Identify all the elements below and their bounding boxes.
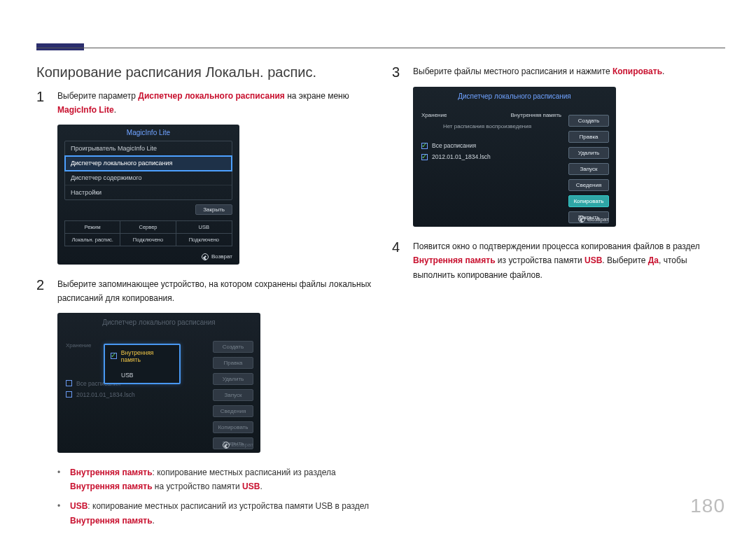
create-button[interactable]: Создать — [213, 341, 253, 353]
t: из устройства памяти — [496, 255, 584, 265]
step-text: Выберите файлы местного расписания и наж… — [413, 64, 728, 80]
em: USB — [242, 482, 260, 491]
popup-item-usb[interactable]: USB — [105, 367, 179, 383]
step-2: 2 Выберите запоминающее устройство, на к… — [36, 277, 372, 306]
copy-button[interactable]: Копировать — [213, 421, 253, 433]
run-button[interactable]: Запуск — [568, 163, 609, 175]
side-buttons: Создать Правка Удалить Запуск Сведения К… — [213, 341, 253, 449]
checkbox-icon[interactable] — [421, 154, 428, 160]
menu-item-local-schedule[interactable]: Диспетчер локального расписания — [65, 156, 232, 171]
t: Выберите параметр — [57, 91, 138, 101]
storage-popup: Внутренняя память USB — [104, 344, 181, 384]
bullet-text: USB: копирование местных расписаний из у… — [70, 499, 372, 528]
checkbox-icon[interactable] — [66, 391, 72, 398]
menu-item-content-manager[interactable]: Диспетчер содержимого — [65, 171, 232, 185]
screenshot-local-schedule-manager: Диспетчер локального расписания Хранение… — [413, 87, 616, 227]
menu-item-player[interactable]: Проигрыватель MagicInfo Lite — [65, 141, 232, 156]
copy-button[interactable]: Копировать — [568, 195, 609, 207]
check-icon — [111, 353, 117, 359]
file-list: Все расписания 2012.01.01_1834.lsch — [421, 140, 491, 162]
menu-item-settings[interactable]: Настройки — [65, 185, 232, 199]
t: . — [662, 66, 664, 76]
return-label: Возврат — [232, 442, 253, 448]
status-grid: Режим Сервер USB Локальн. распис. Подклю… — [64, 220, 232, 246]
grid-cell: Локальн. распис. — [65, 234, 120, 246]
t: Появится окно о подтверждении процесса к… — [413, 241, 700, 251]
delete-button[interactable]: Удалить — [568, 147, 609, 159]
label: Внутренняя память — [121, 349, 174, 363]
run-button[interactable]: Запуск — [213, 389, 253, 401]
window-title: Диспетчер локального расписания — [413, 87, 616, 103]
edit-button[interactable]: Правка — [213, 357, 253, 369]
t: . — [114, 105, 116, 115]
screenshot-storage-picker: Диспетчер локального расписания Хранение… — [57, 313, 260, 453]
t: . — [153, 516, 155, 526]
window-title: MagicInfo Lite — [57, 125, 239, 141]
bullet-item: • USB: копирование местных расписаний из… — [57, 499, 372, 528]
em: MagicInfo Lite — [57, 105, 114, 115]
bullet-text: Внутренняя память: копирование местных р… — [70, 465, 372, 494]
info-button[interactable]: Сведения — [213, 405, 253, 417]
step-number: 1 — [36, 89, 49, 118]
bullet-item: • Внутренняя память: копирование местных… — [57, 465, 372, 494]
step-1: 1 Выберите параметр Диспетчер локального… — [36, 89, 372, 118]
step-number: 2 — [36, 277, 49, 306]
create-button[interactable]: Создать — [568, 115, 609, 127]
step-3: 3 Выберите файлы местного расписания и н… — [392, 64, 728, 80]
grid-cell: USB — [176, 221, 232, 234]
return-label: Возврат — [588, 216, 609, 223]
em: Копировать — [612, 66, 662, 76]
side-buttons: Создать Правка Удалить Запуск Сведения К… — [568, 115, 609, 223]
screenshot-magicinfo-menu: MagicInfo Lite Проигрыватель MagicInfo L… — [57, 125, 239, 265]
t: : копирование местных расписаний из устр… — [88, 501, 369, 511]
return-row[interactable]: Возврат — [223, 442, 253, 449]
return-icon — [202, 253, 209, 260]
window-title: Диспетчер локального расписания — [57, 313, 260, 329]
t: на экране меню — [285, 91, 349, 101]
list-item[interactable]: 2012.01.01_1834.lsch — [421, 151, 491, 162]
return-label: Возврат — [211, 253, 232, 260]
step-text: Появится окно о подтверждении процесса к… — [413, 239, 728, 282]
file-label: 2012.01.01_1834.lsch — [76, 391, 135, 398]
list-item[interactable]: Все расписания — [421, 140, 491, 151]
column-store: Хранение — [421, 112, 447, 118]
return-row[interactable]: Возврат — [578, 216, 609, 223]
delete-button[interactable]: Удалить — [213, 373, 253, 385]
em: USB — [70, 501, 88, 511]
step-text: Выберите параметр Диспетчер локального р… — [57, 89, 372, 118]
no-playback-label: Нет расписания воспроизведения — [413, 123, 561, 129]
return-row[interactable]: Возврат — [202, 253, 232, 260]
left-column: Копирование расписания Локальн. распис. … — [36, 64, 372, 533]
checkbox-icon[interactable] — [421, 143, 428, 149]
info-button[interactable]: Сведения — [568, 179, 609, 191]
step-number: 3 — [392, 64, 405, 80]
bullet-list: • Внутренняя память: копирование местных… — [57, 465, 372, 528]
t: Выберите файлы местного расписания и наж… — [413, 66, 612, 76]
grid-cell: Режим — [65, 221, 120, 234]
edit-button[interactable]: Правка — [568, 131, 609, 143]
section-title: Копирование расписания Локальн. распис. — [36, 64, 372, 80]
return-icon — [223, 442, 230, 449]
bullet-icon: • — [57, 465, 63, 494]
grid-cell: Подключено — [176, 234, 232, 246]
return-icon — [578, 216, 585, 223]
em: Диспетчер локального расписания — [138, 91, 285, 101]
list-item: 2012.01.01_1834.lsch — [66, 389, 204, 400]
menu-box: Проигрыватель MagicInfo Lite Диспетчер л… — [64, 141, 232, 200]
column-memory: Внутренняя память — [511, 112, 561, 118]
em: USB — [584, 255, 602, 265]
t: на устройство памяти — [153, 482, 243, 491]
all-schedules-label: Все расписания — [432, 142, 476, 149]
bullet-icon: • — [57, 499, 63, 528]
em: Внутренняя память — [70, 516, 153, 526]
page-number: 180 — [690, 495, 725, 517]
em: Внутренняя память — [70, 468, 153, 477]
popup-item-internal[interactable]: Внутренняя память — [105, 345, 179, 367]
step-4: 4 Появится окно о подтверждении процесса… — [392, 239, 728, 282]
step-text: Выберите запоминающее устройство, на кот… — [57, 277, 372, 306]
close-button[interactable]: Закрыть — [195, 204, 232, 215]
em: Да — [648, 255, 659, 265]
step-number: 4 — [392, 239, 405, 282]
t: : копирование местных расписаний из разд… — [153, 468, 336, 477]
checkbox-icon[interactable] — [66, 380, 72, 386]
